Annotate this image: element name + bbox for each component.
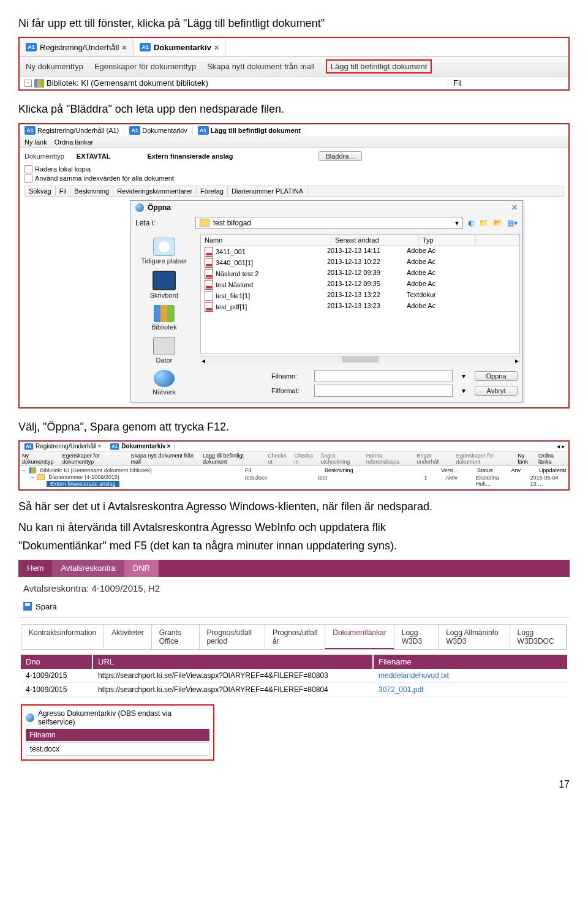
tree-label: Bibliotek: KI (Gemensamt dokument biblio… bbox=[40, 467, 152, 473]
file-list-row[interactable]: test_file1[1]2013-12-13 13:22Textdokur bbox=[201, 290, 519, 301]
tab-registrering[interactable]: A1 Registrering/Underhåll × bbox=[20, 442, 105, 451]
close-icon[interactable]: × bbox=[214, 43, 219, 52]
back-icon[interactable]: ◐ bbox=[468, 219, 474, 227]
toolbar-item[interactable]: Egenskaper för dokumenttyp bbox=[62, 453, 127, 465]
tab-label: Registrering/Underhåll (A1) bbox=[37, 127, 119, 134]
screenshot-4-frame: Hem Avtalsreskontra DNR Avtalsreskontra:… bbox=[18, 560, 570, 761]
tab-dokumentarkiv[interactable]: A1 Dokumentarkiv × bbox=[105, 442, 175, 451]
tab-logg-allm-ninfo-w3d3[interactable]: Logg Allmäninfo W3D3 bbox=[439, 625, 510, 649]
tab-dokumentarkiv[interactable]: A1 Dokumentarkiv × bbox=[134, 38, 226, 56]
cancel-button[interactable]: Avbryt bbox=[475, 386, 518, 396]
intro-2: Klicka på "Bläddra" och leta upp den ned… bbox=[18, 102, 570, 116]
toolbar-item[interactable]: Lägg till befintligt dokument bbox=[203, 453, 264, 465]
crumb-hem[interactable]: Hem bbox=[18, 560, 52, 577]
header-foretag[interactable]: Företag bbox=[197, 186, 228, 196]
collapse-icon[interactable]: − bbox=[24, 80, 32, 87]
close-icon[interactable]: × bbox=[98, 443, 102, 450]
page-number: 17 bbox=[18, 779, 570, 790]
new-folder-icon[interactable]: 📂 bbox=[493, 219, 502, 227]
place-recent[interactable]: Tidigare platser bbox=[141, 238, 187, 265]
cell-fil[interactable]: test.docx bbox=[245, 475, 300, 487]
toolbar-item[interactable]: Skapa nytt dokument från mall bbox=[130, 453, 199, 465]
place-computer[interactable]: Dator bbox=[153, 337, 175, 364]
tab-registrering[interactable]: A1 Registrering/Underhåll × bbox=[20, 38, 134, 56]
chevron-down-icon[interactable]: ▾ bbox=[459, 386, 469, 395]
col-type[interactable]: Typ bbox=[419, 235, 476, 246]
tab-logg-w3d3[interactable]: Logg W3D3 bbox=[394, 625, 439, 649]
tree-child[interactable]: − Diarienummer (4-1009/2015) bbox=[22, 474, 243, 481]
close-icon[interactable]: × bbox=[167, 443, 171, 450]
nav-arrows[interactable]: ◂ ▸ bbox=[557, 443, 568, 450]
cell-filename-link[interactable]: meddelandehuvud.txt bbox=[374, 669, 567, 682]
table-row: 4-1009/2015https://searchport.ki.se/File… bbox=[21, 669, 567, 683]
save-button[interactable]: Spara bbox=[36, 602, 57, 611]
toolbar-new-link[interactable]: Ny länk bbox=[24, 138, 47, 146]
tab-logg-w3d3doc[interactable]: Logg W3D3DOC bbox=[510, 625, 567, 649]
col-versi[interactable]: Versi… bbox=[441, 467, 459, 473]
col-besk[interactable]: Beskrivning bbox=[325, 467, 423, 473]
open-button[interactable]: Öppna bbox=[475, 371, 518, 381]
tab-grants-office[interactable]: Grants Office bbox=[152, 625, 200, 649]
place-libraries[interactable]: Bibliotek bbox=[151, 305, 177, 331]
format-dropdown[interactable] bbox=[314, 385, 453, 397]
close-icon[interactable]: ✕ bbox=[511, 203, 518, 212]
file-list-row[interactable]: test_pdf[1]2013-12-13 13:23Adobe Ac bbox=[201, 301, 519, 312]
header-beskrivning[interactable]: Beskrivning bbox=[70, 186, 113, 196]
toolbar-item[interactable]: Ny dokumenttyp bbox=[22, 453, 59, 465]
chevron-down-icon[interactable]: ▾ bbox=[459, 372, 469, 380]
col-name[interactable]: Namn bbox=[201, 235, 331, 246]
browse-button[interactable]: Bläddra… bbox=[318, 151, 362, 161]
toolbar-order-links[interactable]: Ordna länka bbox=[538, 453, 566, 465]
checkbox[interactable] bbox=[24, 165, 32, 173]
box-heading-row: Agresso Dokumentarkiv (OBS endast via se… bbox=[26, 709, 209, 726]
header-diarienummer[interactable]: Diarienummer PLATINA bbox=[228, 186, 307, 196]
crumb-dnr[interactable]: DNR bbox=[124, 560, 159, 577]
toolbar-add-existing[interactable]: Lägg till befintligt dokument bbox=[326, 59, 432, 73]
tab-dokumentl-nkar[interactable]: Dokumentlänkar bbox=[325, 625, 394, 649]
crumb-avtalsreskontra[interactable]: Avtalsreskontra bbox=[52, 560, 124, 577]
tree-root[interactable]: − Bibliotek: KI (Gemensamt dokument bibl… bbox=[22, 467, 243, 474]
header-fil[interactable]: Fil bbox=[56, 186, 71, 196]
col-anv[interactable]: Anv bbox=[511, 467, 521, 473]
file-list-row[interactable]: Näslund test 22013-12-12 09:39Adobe Ac bbox=[201, 268, 519, 279]
checkbox[interactable] bbox=[24, 175, 32, 183]
tab-prognos-utfall-r[interactable]: Prognos/utfall år bbox=[265, 625, 325, 649]
box-value[interactable]: test.docx bbox=[26, 742, 209, 756]
file-list-row[interactable]: 3440_001[1]2013-12-13 10:22Adobe Ac bbox=[201, 257, 519, 268]
collapse-icon[interactable]: − bbox=[22, 467, 25, 473]
tab-kontraktsinformation[interactable]: Kontraktsinformation bbox=[21, 625, 104, 649]
filename-input[interactable] bbox=[314, 370, 453, 382]
cell-filename-link[interactable]: 3072_001.pdf bbox=[374, 683, 567, 696]
toolbar-new-doctype[interactable]: Ny dokumenttyp bbox=[26, 62, 83, 71]
header-sokvag[interactable]: Sökväg bbox=[25, 186, 56, 196]
place-desktop[interactable]: Skrivbord bbox=[150, 271, 178, 299]
tab-registrering[interactable]: A1 Registrering/Underhåll (A1) bbox=[20, 126, 124, 135]
col-date[interactable]: Senast ändrad bbox=[331, 235, 419, 246]
col-filename[interactable]: Filename bbox=[374, 655, 567, 669]
col-status[interactable]: Status bbox=[477, 467, 493, 473]
header-revidering[interactable]: Revideringskommentarer bbox=[113, 186, 197, 196]
place-network[interactable]: Nätverk bbox=[153, 370, 176, 396]
up-folder-icon[interactable]: 📁 bbox=[479, 219, 488, 227]
file-list-row[interactable]: 3411_0012013-12-13 14:11Adobe Ac bbox=[201, 246, 519, 257]
toolbar-create-from-template[interactable]: Skapa nytt dokument från mall bbox=[207, 62, 315, 71]
col-dno[interactable]: Dno bbox=[21, 655, 93, 669]
tree-leaf-selected[interactable]: Extern finansierade anslag bbox=[47, 481, 119, 487]
toolbar-new-link[interactable]: Ny länk bbox=[518, 453, 535, 465]
close-icon[interactable]: × bbox=[122, 43, 127, 52]
file-list-row[interactable]: test Näslund2013-12-12 09:35Adobe Ac bbox=[201, 279, 519, 290]
tree-root-label[interactable]: Bibliotek: KI (Gemensamt dokument biblio… bbox=[47, 78, 208, 88]
tab-add-existing[interactable]: A1 Lägg till befintligt dokument bbox=[193, 126, 306, 135]
horizontal-scrollbar[interactable]: ◂▸ bbox=[200, 356, 520, 363]
tab-aktiviteter[interactable]: Aktiviteter bbox=[104, 625, 152, 649]
collapse-icon[interactable]: − bbox=[31, 474, 34, 480]
col-url[interactable]: URL bbox=[93, 655, 374, 669]
toolbar-properties[interactable]: Egenskaper för dokumenttyp bbox=[94, 62, 196, 71]
tab-prognos-utfall-period[interactable]: Prognos/utfall period bbox=[200, 625, 265, 649]
views-icon[interactable]: ▦▾ bbox=[507, 219, 518, 227]
look-in-dropdown[interactable]: test bifogad ▾ bbox=[195, 217, 463, 229]
col-fil[interactable]: Fil bbox=[245, 467, 306, 473]
toolbar-order-links[interactable]: Ordna länkar bbox=[55, 138, 94, 146]
tab-dokumentarkiv[interactable]: A1 Dokumentarkiv bbox=[124, 126, 192, 135]
col-upd[interactable]: Uppdaterat bbox=[539, 467, 567, 473]
